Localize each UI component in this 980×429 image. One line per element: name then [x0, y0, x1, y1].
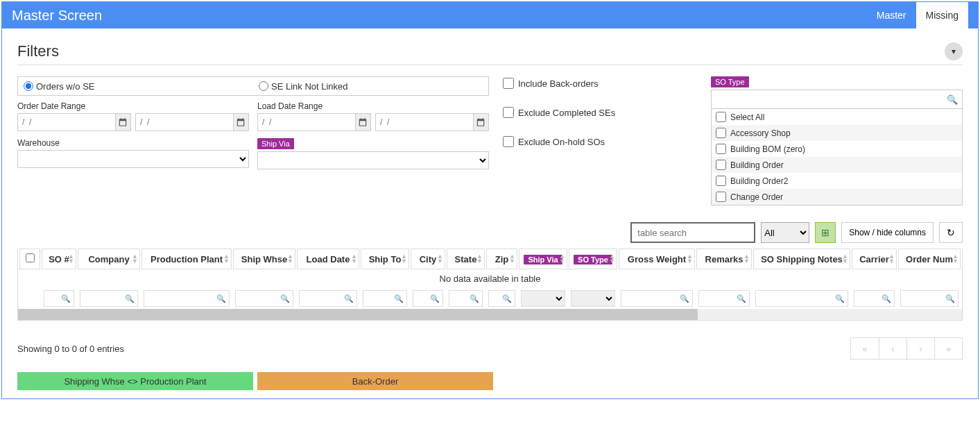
pager-last[interactable]: »	[934, 338, 962, 359]
sotype-item-check[interactable]	[716, 160, 726, 170]
sotype-list[interactable]: Select AllAccessory ShopBuilding BOM (ze…	[711, 109, 963, 205]
order-date-from-input[interactable]	[18, 114, 115, 131]
export-excel-button[interactable]: ⊞	[815, 222, 836, 243]
column-filter[interactable]: 🔍	[854, 290, 895, 307]
include-backorders-check[interactable]: Include Back-orders	[503, 78, 697, 89]
column-filter[interactable]: 🔍	[413, 290, 443, 307]
column-filter-input[interactable]	[857, 294, 882, 303]
col-header[interactable]: Ship Whse▲▼	[233, 249, 295, 269]
exclude-completed-input[interactable]	[503, 107, 514, 118]
column-filter[interactable]: 🔍	[449, 290, 483, 307]
column-filter-input[interactable]	[147, 294, 216, 303]
col-header[interactable]: Zip▲▼	[486, 249, 517, 269]
column-filter[interactable]: 🔍	[900, 290, 958, 307]
warehouse-select[interactable]	[17, 150, 249, 168]
table-search-input[interactable]	[630, 222, 755, 243]
calendar-icon[interactable]	[473, 114, 488, 131]
col-header[interactable]: SO #▲▼	[42, 249, 76, 269]
col-header[interactable]: Order Num▲▼	[898, 249, 961, 269]
filter-all-select[interactable]: All	[761, 222, 809, 243]
column-filter[interactable]: 🔍	[44, 290, 74, 307]
sotype-item[interactable]: Building Order	[712, 157, 962, 173]
radio-se-link-input[interactable]	[259, 81, 268, 91]
scrollbar-thumb[interactable]	[18, 309, 698, 320]
column-filter[interactable]: 🔍	[755, 290, 848, 307]
column-filter[interactable]: 🔍	[80, 290, 138, 307]
calendar-icon[interactable]	[355, 114, 370, 131]
order-date-to[interactable]	[135, 113, 249, 131]
include-backorders-input[interactable]	[503, 78, 514, 89]
radio-orders-wo-se[interactable]: Orders w/o SE	[18, 81, 253, 92]
order-date-from[interactable]	[17, 113, 131, 131]
show-hide-columns-button[interactable]: Show / hide columns	[841, 222, 934, 243]
column-filter-input[interactable]	[759, 294, 835, 303]
col-header[interactable]: Company▲▼	[78, 249, 140, 269]
column-filter-input[interactable]	[492, 294, 502, 303]
load-date-to[interactable]	[375, 113, 489, 131]
col-header[interactable]: City▲▼	[411, 249, 445, 269]
pager-first[interactable]: «	[851, 338, 879, 359]
column-filter[interactable]: 🔍	[621, 290, 693, 307]
sotype-item[interactable]: Building BOM (zero)	[712, 141, 962, 157]
column-filter[interactable]: 🔍	[698, 290, 750, 307]
sotype-item-check[interactable]	[716, 144, 726, 154]
sotype-item[interactable]: Select All	[712, 109, 962, 125]
column-filter-select[interactable]	[571, 290, 615, 307]
calendar-icon[interactable]	[233, 114, 248, 131]
column-filter-input[interactable]	[416, 294, 430, 303]
sotype-item-check[interactable]	[716, 192, 726, 202]
column-filter-input[interactable]	[904, 294, 945, 303]
col-header[interactable]: Ship To▲▼	[361, 249, 409, 269]
sotype-item[interactable]: Building Order2	[712, 173, 962, 189]
col-header[interactable]: Carrier▲▼	[852, 249, 897, 269]
sotype-item-check[interactable]	[716, 176, 726, 186]
exclude-onhold-input[interactable]	[503, 136, 514, 147]
column-filter-input[interactable]	[624, 294, 680, 303]
exclude-onhold-check[interactable]: Exclude On-hold SOs	[503, 136, 697, 147]
col-header[interactable]: SO Type▲▼	[569, 249, 617, 269]
col-header[interactable]: Gross Weight▲▼	[619, 249, 695, 269]
col-header[interactable]: Ship Via▲▼	[519, 249, 567, 269]
col-header[interactable]: SO Shipping Notes▲▼	[753, 249, 850, 269]
load-date-from-input[interactable]	[258, 114, 355, 131]
tab-master[interactable]: Master	[867, 2, 916, 28]
sotype-item[interactable]: Accessory Shop	[712, 125, 962, 141]
sotype-search-input[interactable]	[716, 94, 947, 104]
select-all-check[interactable]	[26, 253, 35, 262]
pager-prev[interactable]: ‹	[879, 338, 906, 359]
sotype-item-check[interactable]	[716, 128, 726, 138]
tab-missing[interactable]: Missing	[916, 2, 968, 28]
col-header[interactable]: State▲▼	[447, 249, 485, 269]
column-filter-input[interactable]	[83, 294, 125, 303]
column-filter-input[interactable]	[452, 294, 470, 303]
column-filter[interactable]: 🔍	[363, 290, 407, 307]
column-filter-input[interactable]	[239, 294, 280, 303]
collapse-filters-button[interactable]: ▾	[945, 42, 963, 60]
pager-next[interactable]: ›	[906, 338, 934, 359]
col-header[interactable]: Remarks▲▼	[696, 249, 752, 269]
column-filter-input[interactable]	[702, 294, 737, 303]
refresh-button[interactable]: ↻	[939, 222, 963, 243]
radio-se-link-not-linked[interactable]: SE Link Not Linked	[253, 81, 488, 92]
column-filter[interactable]: 🔍	[299, 290, 357, 307]
horizontal-scrollbar[interactable]	[18, 309, 962, 320]
order-date-to-input[interactable]	[136, 114, 233, 131]
column-filter[interactable]: 🔍	[235, 290, 293, 307]
column-filter-input[interactable]	[302, 294, 344, 303]
col-header[interactable]: Production Plant▲▼	[141, 249, 232, 269]
col-header[interactable]: Load Date▲▼	[297, 249, 359, 269]
col-header[interactable]	[19, 249, 40, 269]
sotype-item-check[interactable]	[716, 112, 726, 122]
sotype-search[interactable]: 🔍	[711, 90, 963, 109]
column-filter[interactable]: 🔍	[488, 290, 515, 307]
calendar-icon[interactable]	[115, 114, 130, 131]
column-filter[interactable]: 🔍	[144, 290, 230, 307]
radio-orders-wo-se-input[interactable]	[24, 81, 33, 91]
load-date-to-input[interactable]	[376, 114, 473, 131]
sotype-item[interactable]: Change Order	[712, 189, 962, 205]
column-filter-input[interactable]	[366, 294, 394, 303]
ship-via-select[interactable]	[257, 151, 489, 169]
load-date-from[interactable]	[257, 113, 371, 131]
column-filter-input[interactable]	[47, 294, 61, 303]
exclude-completed-check[interactable]: Exclude Completed SEs	[503, 107, 697, 118]
